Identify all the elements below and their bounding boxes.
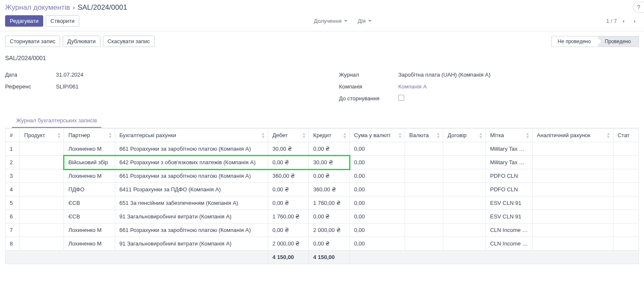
cell-contract	[443, 169, 486, 183]
document-number: SAL/2024/0001	[5, 55, 639, 61]
col-num[interactable]: #	[6, 129, 20, 142]
cell-currency	[405, 142, 443, 156]
table-row[interactable]: 4ПДФО6411 Розрахунки за ПДФО (Компанія А…	[6, 183, 639, 196]
cell-label: ESV CLN 91	[486, 210, 532, 223]
col-label[interactable]: Мітка▲▼	[486, 129, 532, 142]
cell-debit: 0,00 ₴	[268, 156, 309, 169]
cell-account: 661 Розрахунки за заробітною платою (Ком…	[115, 142, 268, 156]
action-label: Дія	[358, 18, 366, 24]
cell-analytic	[533, 196, 613, 210]
cancel-entry-button[interactable]: Скасувати запис	[103, 36, 155, 47]
edit-button[interactable]: Редагувати	[5, 15, 43, 27]
cell-label: Military Tax CLN	[486, 156, 532, 169]
table-row[interactable]: 1Лохиненко М661 Розрахунки за заробітною…	[6, 142, 639, 156]
cell-debit: 30,00 ₴	[268, 142, 309, 156]
status-steps: Не проведено Проведено	[551, 36, 639, 47]
cell-status	[613, 183, 638, 196]
cell-analytic	[533, 210, 613, 223]
col-contract[interactable]: Договір▲▼	[443, 129, 486, 142]
col-credit[interactable]: Кредит▲▼	[309, 129, 350, 142]
field-company-value[interactable]: Компанія А	[398, 83, 427, 90]
status-draft[interactable]: Не проведено	[551, 36, 598, 47]
cell-amount-currency: 0,00	[350, 142, 405, 156]
cell-account: 642 Розрахунки з обов'язкових платежів (…	[115, 156, 268, 169]
actionbar: Редагувати Створити Долучення Дія 1 / 7 …	[0, 14, 644, 31]
cell-debit: 0,00 ₴	[268, 223, 309, 237]
cell-debit: 1 760,00 ₴	[268, 210, 309, 223]
journal-items-table: # Продукт▲▼ Партнер▲▼ Бухгалтерські раху…	[5, 128, 639, 264]
cell-currency	[405, 183, 443, 196]
cell-amount-currency: 0,00	[350, 196, 405, 210]
col-partner[interactable]: Партнер▲▼	[64, 129, 115, 142]
field-date-value: 31.07.2024	[56, 72, 83, 78]
help-icon[interactable]: ?	[633, 2, 644, 13]
cell-analytic	[533, 237, 613, 251]
col-debit[interactable]: Дебет▲▼	[268, 129, 309, 142]
table-row[interactable]: 7Лохиненко М661 Розрахунки за заробітною…	[6, 223, 639, 237]
to-reverse-checkbox[interactable]	[398, 95, 404, 101]
col-currency[interactable]: Валюта▲▼	[405, 129, 443, 142]
cell-currency	[405, 223, 443, 237]
cell-amount-currency: 0,00	[350, 210, 405, 223]
table-header-row: # Продукт▲▼ Партнер▲▼ Бухгалтерські раху…	[6, 129, 639, 142]
cell-contract	[443, 210, 486, 223]
cell-amount-currency: 0,00	[350, 169, 405, 183]
action-dropdown[interactable]: Дія	[358, 18, 372, 24]
breadcrumb-root[interactable]: Журнал документів	[5, 3, 70, 12]
col-amount-currency[interactable]: Сума у валюті▲▼	[350, 129, 405, 142]
cell-analytic	[533, 142, 613, 156]
reverse-entry-button[interactable]: Сторнувати запис	[5, 36, 60, 47]
sort-icon: ▲▼	[436, 132, 440, 139]
cell-label: CLN Income 91	[486, 237, 532, 251]
col-status[interactable]: Стат	[613, 129, 638, 142]
pager-text: 1 / 7	[606, 18, 617, 24]
duplicate-button[interactable]: Дублювати	[63, 36, 100, 47]
cell-label: CLN Income 91	[486, 223, 532, 237]
cell-amount-currency: 0,00	[350, 183, 405, 196]
cell-num: 2	[6, 156, 20, 169]
table-row[interactable]: 6ЄСВ91 Загальновиробничі витрати (Компан…	[6, 210, 639, 223]
cell-debit: 360,00 ₴	[268, 169, 309, 183]
cell-status	[613, 237, 638, 251]
pager-next-button[interactable]: ›	[630, 17, 639, 25]
cell-num: 8	[6, 237, 20, 251]
cell-product	[20, 210, 64, 223]
cell-product	[20, 142, 64, 156]
total-credit: 4 150,00	[309, 251, 350, 264]
cell-currency	[405, 169, 443, 183]
status-posted[interactable]: Проведено	[598, 36, 639, 47]
cell-amount-currency: 0,00	[350, 223, 405, 237]
sort-icon: ▲▼	[398, 132, 402, 139]
cell-status	[613, 223, 638, 237]
tab-journal-items[interactable]: Журнал бухгалтерських записів	[12, 114, 101, 128]
sort-icon: ▲▼	[525, 132, 530, 139]
attachments-dropdown[interactable]: Долучення	[314, 18, 347, 24]
cell-num: 3	[6, 169, 20, 183]
table-row[interactable]: 2Військовий збір642 Розрахунки з обов'яз…	[6, 156, 639, 169]
field-to-reverse-label: До сторнування	[339, 95, 398, 102]
table-row[interactable]: 8Лохиненко М91 Загальновиробничі витрати…	[6, 237, 639, 251]
create-button[interactable]: Створити	[46, 15, 79, 27]
secondary-actionbar: Сторнувати запис Дублювати Скасувати зап…	[0, 31, 644, 51]
cell-partner: Лохиненко М	[64, 142, 115, 156]
cell-account: 91 Загальновиробничі витрати (Компанія А…	[115, 237, 268, 251]
cell-product	[20, 196, 64, 210]
chevron-down-icon	[344, 20, 347, 22]
col-account[interactable]: Бухгалтерські рахунки▲▼	[115, 129, 268, 142]
pager-prev-button[interactable]: ‹	[619, 17, 628, 25]
cell-partner: Лохиненко М	[64, 169, 115, 183]
table-row[interactable]: 3Лохиненко М661 Розрахунки за заробітною…	[6, 169, 639, 183]
status-draft-label: Не проведено	[558, 39, 591, 44]
col-product[interactable]: Продукт▲▼	[20, 129, 64, 142]
cell-analytic	[533, 156, 613, 169]
cell-credit: 2 000,00 ₴	[309, 223, 350, 237]
cell-debit: 0,00 ₴	[268, 196, 309, 210]
cell-currency	[405, 196, 443, 210]
col-analytic[interactable]: Аналітичний рахунок▲▼	[533, 129, 613, 142]
cell-product	[20, 156, 64, 169]
cell-currency	[405, 210, 443, 223]
cell-status	[613, 156, 638, 169]
pager: 1 / 7 ‹ ›	[606, 17, 639, 25]
cell-credit: 0,00 ₴	[309, 237, 350, 251]
table-row[interactable]: 5ЄСВ651 За пенсійним забезпеченням (Комп…	[6, 196, 639, 210]
